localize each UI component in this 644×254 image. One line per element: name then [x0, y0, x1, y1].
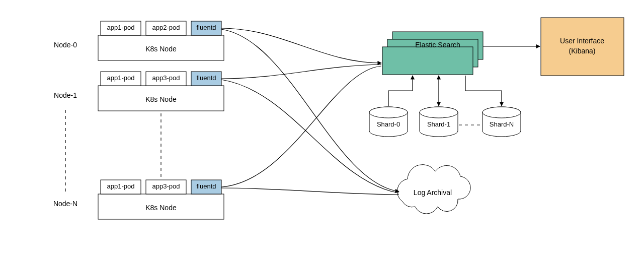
- ui-line2: (Kibana): [569, 47, 596, 55]
- noden-pod1: app3-pod: [152, 182, 180, 190]
- svg-point-21: [482, 107, 521, 118]
- shard-0-label: Shard-0: [377, 120, 400, 128]
- node0-fluentd: fluentd: [196, 24, 216, 31]
- shard-1-label: Shard-1: [427, 120, 450, 128]
- user-interface-box: User Interface (Kibana): [541, 18, 624, 76]
- node-0-label: Node-0: [54, 41, 77, 49]
- conn-node1-log: [221, 80, 399, 193]
- elastic-search-label: Elastic Search: [415, 41, 460, 49]
- node0-pod0: app1-pod: [107, 24, 135, 31]
- shard-n: Shard-N: [482, 107, 521, 137]
- noden-pod0: app1-pod: [107, 182, 135, 190]
- svg-rect-14: [382, 47, 473, 75]
- k8s-node-0-label: K8s Node: [145, 45, 177, 53]
- shard-n-label: Shard-N: [490, 120, 514, 128]
- log-archival-label: Log Archival: [414, 188, 452, 197]
- node0-pod1: app2-pod: [152, 24, 180, 31]
- node-n-label: Node-N: [53, 200, 77, 208]
- k8s-node-n-label: K8s Node: [145, 204, 177, 212]
- arrow-es-shard0: [388, 76, 413, 106]
- svg-point-17: [369, 107, 408, 118]
- elastic-search-stack: Elastic Search: [382, 32, 483, 75]
- k8s-node-1-label: K8s Node: [145, 95, 177, 103]
- svg-point-19: [420, 107, 458, 118]
- conn-node0-es: [221, 28, 381, 63]
- noden-fluentd: fluentd: [196, 182, 216, 190]
- shard-0: Shard-0: [369, 107, 408, 137]
- k8s-node-1: K8s Node app1-pod app3-pod fluentd: [98, 72, 224, 111]
- node1-pod1: app3-pod: [152, 74, 180, 82]
- node1-pod0: app1-pod: [107, 74, 135, 82]
- arrow-es-shardn: [465, 76, 502, 106]
- architecture-diagram: Node-0 Node-1 Node-N K8s Node app1-pod a…: [0, 0, 644, 254]
- node1-fluentd: fluentd: [196, 74, 216, 82]
- conn-noden-log: [221, 188, 399, 195]
- k8s-node-n: K8s Node app1-pod app3-pod fluentd: [98, 180, 224, 219]
- k8s-node-0: K8s Node app1-pod app2-pod fluentd: [98, 21, 224, 60]
- node-1-label: Node-1: [54, 91, 77, 99]
- shard-1: Shard-1: [420, 107, 458, 137]
- ui-line1: User Interface: [560, 37, 604, 45]
- log-archival-cloud: Log Archival: [397, 165, 470, 214]
